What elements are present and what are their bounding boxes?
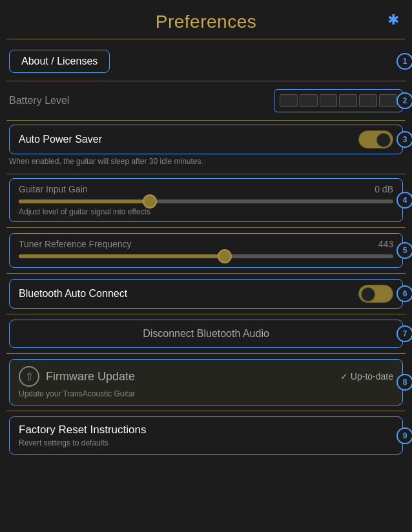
tuner-freq-label: Tuner Reference Frequency [19, 239, 132, 249]
guitar-gain-thumb[interactable] [143, 194, 157, 209]
firmware-label: Firmware Update [46, 370, 334, 384]
divider-6 [6, 314, 406, 314]
badge-8: 8 [397, 374, 412, 391]
auto-power-saver-row: Auto Power Saver [9, 125, 403, 154]
header-divider [6, 39, 406, 39]
firmware-subtitle: Update your TransAcoustic Guitar [19, 389, 393, 398]
page-title: Preferences [156, 12, 256, 32]
battery-seg-6 [379, 94, 397, 107]
badge-9: 9 [397, 427, 412, 444]
badge-3: 3 [397, 131, 412, 148]
auto-power-saver-toggle[interactable] [358, 130, 393, 148]
battery-seg-5 [359, 94, 377, 107]
tuner-freq-thumb[interactable] [218, 249, 232, 263]
divider-3 [6, 174, 406, 174]
tuner-freq-header: Tuner Reference Frequency 443 [19, 239, 393, 249]
bluetooth-auto-connect-knob [361, 287, 375, 302]
bluetooth-auto-connect-row: Bluetooth Auto Connect [9, 279, 403, 309]
battery-seg-3 [320, 94, 338, 107]
guitar-gain-section: Guitar Input Gain 0 dB Adjust level of g… [9, 178, 403, 222]
factory-reset-row[interactable]: Factory Reset Instructions Revert settin… [9, 416, 403, 455]
firmware-update-row[interactable]: ⇧ Firmware Update ✓ Up-to-date Update yo… [9, 359, 403, 405]
battery-seg-2 [300, 94, 318, 107]
firmware-top: ⇧ Firmware Update ✓ Up-to-date [19, 366, 393, 387]
battery-seg-1 [280, 94, 298, 107]
about-licenses-button[interactable]: About / Licenses [9, 50, 110, 73]
firmware-upload-icon: ⇧ [19, 366, 39, 387]
tuner-freq-value: 443 [378, 239, 393, 249]
header: Preferences ✱ [0, 0, 412, 39]
divider-7 [6, 353, 406, 354]
tuner-freq-fill [19, 254, 225, 258]
guitar-gain-header: Guitar Input Gain 0 dB [19, 184, 393, 194]
divider-5 [6, 273, 406, 274]
checkmark-icon: ✓ [340, 371, 348, 382]
guitar-gain-label: Guitar Input Gain [19, 184, 88, 194]
bluetooth-auto-connect-toggle[interactable] [358, 285, 393, 303]
badge-6: 6 [397, 285, 412, 302]
tuner-freq-track[interactable] [19, 254, 393, 258]
bluetooth-header-icon: ✱ [387, 12, 399, 28]
auto-power-saver-subtitle: When enabled, the guitar will sleep afte… [0, 154, 412, 170]
battery-label: Battery Level [9, 95, 274, 107]
firmware-status: ✓ Up-to-date [340, 371, 393, 382]
factory-reset-label: Factory Reset Instructions [19, 424, 393, 436]
battery-indicator [274, 89, 403, 112]
divider-1 [6, 81, 406, 81]
disconnect-bluetooth-button[interactable]: Disconnect Bluetooth Audio [9, 320, 403, 348]
badge-2: 2 [397, 92, 412, 109]
tuner-freq-section: Tuner Reference Frequency 443 [9, 233, 403, 268]
guitar-gain-subtitle: Adjust level of guitar signal into effec… [19, 207, 393, 216]
badge-1: 1 [397, 53, 412, 70]
guitar-gain-value: 0 dB [375, 184, 393, 194]
factory-reset-subtitle: Revert settings to defaults [19, 438, 393, 447]
badge-5: 5 [397, 242, 412, 259]
auto-power-saver-label: Auto Power Saver [19, 134, 358, 145]
badge-4: 4 [397, 192, 412, 209]
badge-7: 7 [397, 325, 412, 342]
guitar-gain-track[interactable] [19, 200, 393, 203]
divider-8 [6, 411, 406, 411]
battery-seg-4 [339, 94, 357, 107]
auto-power-saver-knob [376, 133, 391, 147]
divider-2 [6, 120, 406, 121]
firmware-status-text: Up-to-date [351, 371, 393, 382]
divider-4 [6, 227, 406, 228]
bluetooth-auto-connect-label: Bluetooth Auto Connect [19, 288, 358, 300]
guitar-gain-fill [19, 200, 150, 203]
preferences-page: Preferences ✱ About / Licenses 1 Battery… [0, 0, 412, 532]
